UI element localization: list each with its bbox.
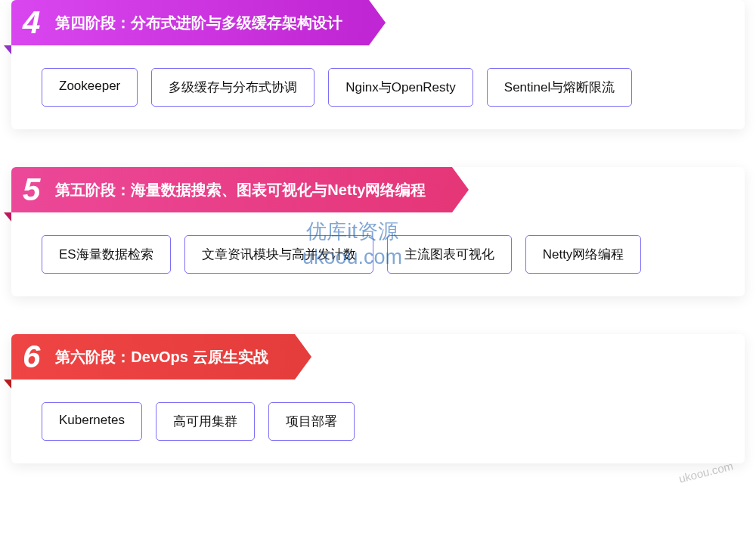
stage-card-6: 6第六阶段：DevOps 云原生实战Kubernetes高可用集群项目部署 xyxy=(11,334,745,463)
ribbon-corner xyxy=(4,45,11,54)
tags-row: ES海量数据检索文章资讯模块与高并发计数主流图表可视化Netty网络编程 xyxy=(11,212,745,274)
tag-item[interactable]: Zookeeper xyxy=(42,68,138,107)
stage-title: 第五阶段：海量数据搜索、图表可视化与Netty网络编程 xyxy=(55,180,426,200)
ribbon-corner xyxy=(4,212,11,222)
stage-number: 4 xyxy=(23,7,40,39)
stage-title: 第六阶段：DevOps 云原生实战 xyxy=(55,347,268,367)
tag-item[interactable]: Netty网络编程 xyxy=(525,235,642,274)
tags-row: Zookeeper多级缓存与分布式协调Nginx与OpenRestySentin… xyxy=(11,45,745,107)
stage-header: 4第四阶段：分布式进阶与多级缓存架构设计 xyxy=(11,0,369,45)
stage-header: 5第五阶段：海量数据搜索、图表可视化与Netty网络编程 xyxy=(11,167,452,212)
tag-item[interactable]: 多级缓存与分布式协调 xyxy=(151,68,314,107)
tag-item[interactable]: Sentinel与熔断限流 xyxy=(487,68,632,107)
stage-number: 5 xyxy=(23,174,40,206)
tag-item[interactable]: 高可用集群 xyxy=(156,402,255,441)
stage-header: 6第六阶段：DevOps 云原生实战 xyxy=(11,334,295,380)
stage-card-4: 4第四阶段：分布式进阶与多级缓存架构设计Zookeeper多级缓存与分布式协调N… xyxy=(11,0,745,129)
ribbon-corner xyxy=(4,380,11,389)
stage-number: 6 xyxy=(23,341,40,373)
tags-row: Kubernetes高可用集群项目部署 xyxy=(11,380,745,441)
tag-item[interactable]: Kubernetes xyxy=(42,402,142,441)
tag-item[interactable]: Nginx与OpenResty xyxy=(328,68,473,107)
tag-item[interactable]: 主流图表可视化 xyxy=(387,235,512,274)
tag-item[interactable]: 项目部署 xyxy=(268,402,355,441)
stage-card-5: 5第五阶段：海量数据搜索、图表可视化与Netty网络编程ES海量数据检索文章资讯… xyxy=(11,167,745,296)
tag-item[interactable]: 文章资讯模块与高并发计数 xyxy=(184,235,373,274)
tag-item[interactable]: ES海量数据检索 xyxy=(42,235,171,274)
stage-title: 第四阶段：分布式进阶与多级缓存架构设计 xyxy=(55,13,342,33)
